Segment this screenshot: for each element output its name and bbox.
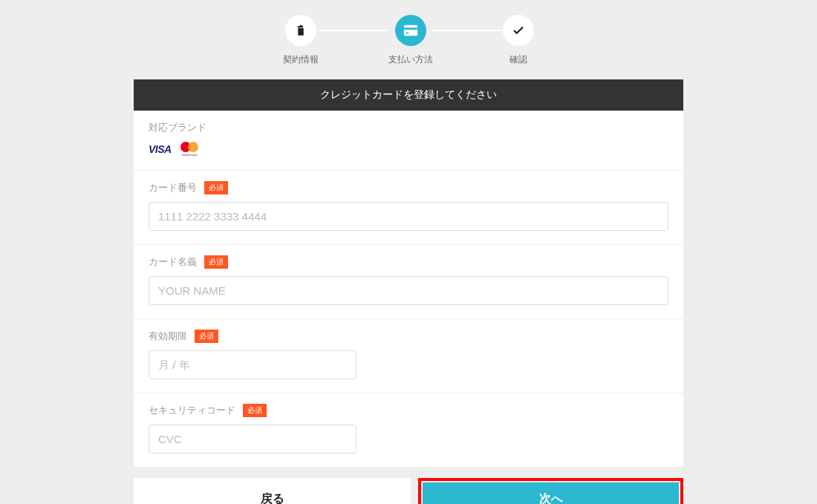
required-badge: 必須 [195,330,218,343]
required-badge: 必須 [204,181,228,194]
step-label: 契約情報 [283,53,319,66]
step-confirm [503,15,534,46]
section-card-number: カード番号 必須 [134,171,683,245]
brands-label: 対応ブランド [149,121,206,134]
required-badge: 必須 [204,255,228,269]
step-label: 支払い方法 [388,53,433,66]
back-button[interactable]: 戻る [134,478,411,504]
credit-card-icon [403,22,419,39]
step-connector [319,30,388,31]
progress-stepper: 契約情報 支払い方法 確認 [134,0,683,79]
card-number-input[interactable] [149,202,668,231]
section-brands: 対応ブランド VISA mastercard [134,111,683,171]
check-icon [512,24,525,37]
card-name-input[interactable] [149,276,668,305]
clipboard-icon [294,24,307,37]
next-button-highlight: 次へ [418,478,683,504]
brand-logos: VISA mastercard [149,142,668,157]
expiry-label: 有効期限 [149,330,187,343]
required-badge: 必須 [243,404,267,417]
section-card-name: カード名義 必須 [134,245,683,319]
step-contract-info [285,15,316,46]
section-cvc: セキュリティコード 必須 [134,393,683,468]
card-number-label: カード番号 [149,181,197,194]
mastercard-logo: mastercard [179,142,200,157]
expiry-input[interactable] [149,350,357,379]
step-label: 確認 [510,53,527,66]
card-name-label: カード名義 [149,255,197,269]
form-header: クレジットカードを登録してください [134,79,683,111]
next-button[interactable]: 次へ [423,482,679,504]
step-payment-method [395,15,426,46]
cvc-input[interactable] [149,425,357,454]
section-expiry: 有効期限 必須 [134,319,683,393]
visa-logo: VISA [149,143,172,155]
step-connector [433,30,503,31]
cvc-label: セキュリティコード [149,404,235,417]
